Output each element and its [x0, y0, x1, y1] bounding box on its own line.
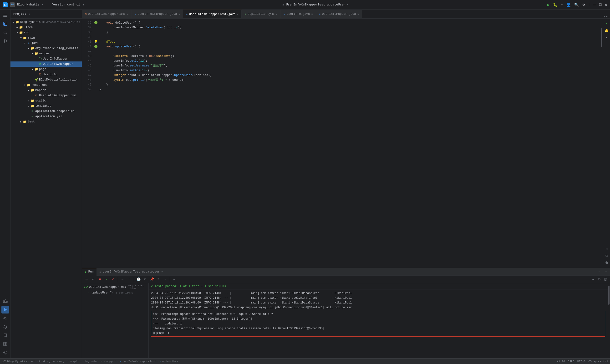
tab-close-3[interactable]: ✕ — [237, 13, 239, 16]
tree-item-pojo[interactable]: 📁 pojo — [11, 67, 82, 72]
editor-scrollbar[interactable] — [600, 19, 603, 268]
sidebar-item-settings[interactable] — [1, 349, 9, 356]
tab-userinfoxmlmappertest-java[interactable]: ☕ UserInfoXmlMapperTest.java ✕ — [183, 10, 242, 18]
maximize-btn[interactable]: □ — [599, 3, 602, 7]
more-btn[interactable]: ⋯ — [561, 3, 563, 7]
tree-item-blogapp[interactable]: 🌱 BlogMybatisApplication — [11, 77, 82, 82]
test-class-item[interactable]: ✓ UserInfoXmlMapperTest org.e 1sec 110ms — [82, 284, 148, 290]
test-method-item[interactable]: ✓ updateUser() 1 sec 110ms — [82, 290, 148, 296]
tree-item-static[interactable]: 📁 static — [11, 98, 82, 104]
line-sep-status[interactable]: CRLF — [568, 360, 574, 363]
tab-userinfomapper-java[interactable]: ☕ UserInfoMapper.java ✕ — [316, 10, 362, 18]
tab-more-btn[interactable]: ⋯ — [606, 14, 608, 18]
project-name[interactable]: Blog_Mybatis — [17, 3, 39, 6]
tree-btn[interactable]: ≡ — [156, 277, 161, 282]
stop-btn[interactable]: ■ — [97, 277, 103, 282]
gutter-run-41[interactable]: 🟢 — [93, 44, 98, 49]
tab-userinfoxmlmapper-java[interactable]: ☕ UserInfoXmlMapper.java ✕ — [131, 10, 183, 18]
expand-btn[interactable]: ⬇ — [163, 277, 168, 282]
sidebar-item-bookmark[interactable] — [1, 332, 9, 339]
tab-close-2[interactable]: ✕ — [179, 13, 180, 16]
tree-item-userinfoxmlmapper-xml[interactable]: ⊡ UserInfoXmlMapper.xml — [11, 93, 82, 98]
sort-btn[interactable]: ↕ — [127, 277, 132, 282]
tree-item-java[interactable]: ☕ java — [11, 40, 82, 46]
tree-item-mapper-res[interactable]: 📁 mapper — [11, 88, 82, 93]
chevron-icon[interactable]: ▾ — [42, 3, 44, 7]
encoding-status[interactable]: UTF-8 — [577, 360, 586, 363]
version-control-label[interactable]: Version control — [52, 3, 80, 6]
tree-item-org[interactable]: 📁 org.example.blog_mybatis — [11, 46, 82, 51]
clock-btn[interactable]: 🕐 — [136, 277, 141, 282]
debug-btn[interactable]: 🐛 — [553, 2, 558, 7]
tree-item-mapper[interactable]: 📁 mapper — [11, 51, 82, 56]
tree-item-idea[interactable]: 📁 .idea — [11, 25, 82, 30]
version-control-chevron[interactable]: ▾ — [82, 3, 84, 7]
tab-application-yml[interactable]: ≡ application.yml ✕ — [242, 10, 280, 18]
sidebar-item-project[interactable] — [1, 12, 9, 19]
indent-status[interactable]: CSbspac4uts1 — [588, 360, 608, 363]
tree-item-test[interactable]: 📁 test — [11, 119, 82, 124]
search-icon[interactable]: 🔍 — [574, 2, 579, 7]
tree-item-userinfo[interactable]: © UserInfo — [11, 72, 82, 77]
more-btn2[interactable]: ⋯ — [172, 277, 177, 282]
settings-icon[interactable]: ⚙ — [582, 2, 585, 7]
project-tree[interactable]: 📁 Blog_Mybatis D:\Project\Java_Web\Blog_… — [11, 19, 82, 358]
tree-item-src[interactable]: 📁 src — [11, 30, 82, 35]
bottom-panel-more[interactable]: ⋯ — [595, 268, 603, 276]
sidebar-item-plugins[interactable] — [1, 340, 9, 348]
scrollbar-thumb[interactable] — [601, 28, 602, 47]
tab-close-1[interactable]: ✕ — [127, 13, 129, 16]
sidebar-item-tools[interactable] — [1, 297, 9, 305]
bottom-tab-test[interactable]: ☕ UserInfoXmlMapperTest.updateUser ✕ — [96, 268, 166, 276]
tab-close-bottom[interactable]: ✕ — [161, 270, 163, 273]
filter-btn[interactable]: ⇌ — [120, 277, 125, 282]
sort-right-btn[interactable]: ⇥ — [590, 277, 596, 282]
collab-icon[interactable]: 👤 — [566, 2, 571, 7]
tab-close-6[interactable]: ✕ — [357, 13, 359, 16]
project-chevron[interactable]: ▾ — [29, 12, 31, 16]
sidebar-item-vcs[interactable] — [1, 37, 9, 45]
copy-icon[interactable]: ⧉ — [604, 253, 610, 259]
rerun-failed-btn[interactable]: ↺ — [91, 277, 96, 282]
tab-close-4[interactable]: ✕ — [276, 13, 278, 16]
tree-item-userinfomapper[interactable]: Ⓘ UserInfoMapper — [11, 56, 82, 62]
delete-icon[interactable]: 🗑 — [604, 260, 610, 266]
pin-btn[interactable]: 📌 — [149, 277, 155, 282]
tree-item-application-yml[interactable]: ≡ application.yml — [11, 114, 82, 119]
tree-item-templates[interactable]: 📁 templates — [11, 104, 82, 109]
tree-item-main[interactable]: 📁 main — [11, 35, 82, 40]
align-icon[interactable]: ⇥ — [604, 246, 610, 252]
tab-close-5[interactable]: ✕ — [311, 13, 313, 16]
bottom-tab-run[interactable]: ▶ Run — [82, 268, 96, 276]
tree-item-root[interactable]: 📁 Blog_Mybatis D:\Project\Java_Web\Blog_… — [11, 20, 82, 25]
tab-userinfo-java[interactable]: ☕ UserInfo.java ✕ — [281, 10, 316, 18]
run-btn[interactable]: ▶ — [547, 2, 550, 7]
tree-item-application-props[interactable]: ≡ application.properties — [11, 109, 82, 114]
delete-right-btn[interactable]: 🗑 — [603, 277, 608, 282]
sidebar-item-notifications[interactable] — [1, 323, 9, 331]
tab-dropdown-btn[interactable]: ▾ — [603, 14, 605, 18]
sidebar-item-run[interactable] — [1, 306, 9, 313]
copy-right-btn[interactable]: ⧉ — [597, 277, 602, 282]
bookmark-icon[interactable]: ✓ — [604, 21, 610, 26]
line-col-status[interactable]: 41:10 — [557, 360, 565, 363]
code-content[interactable]: void deleteUser() { userInfoXmlMapper.De… — [98, 19, 600, 268]
settings-btn2[interactable]: ⚙ — [143, 277, 148, 282]
minimize-btn[interactable]: — — [593, 2, 596, 7]
git-icon[interactable]: m — [604, 35, 610, 40]
tab-userinfoxmlmapper-xml[interactable]: ⊡ UserInfoXmlMapper.xml ✕ — [82, 10, 131, 18]
gutter-run-36[interactable]: 🟢 — [93, 21, 98, 25]
bottom-panel-minimize[interactable]: — — [602, 268, 610, 276]
sidebar-item-explorer[interactable] — [1, 20, 9, 28]
close-btn[interactable]: ✕ — [605, 2, 607, 7]
notification-icon[interactable]: 🔔 — [604, 28, 610, 33]
vcs-status-icon[interactable]: ⎇ — [2, 359, 6, 363]
rerun-btn[interactable]: ↻ — [84, 277, 89, 282]
code-editor[interactable]: 36 37 38 39 40 41 42 43 44 45 46 47 48 4… — [82, 19, 610, 268]
hint-icon-40[interactable]: 💡 — [93, 39, 98, 44]
console-scrollbar-thumb[interactable] — [608, 286, 610, 305]
pause-btn[interactable]: ✓ — [104, 277, 109, 282]
sidebar-item-debug[interactable] — [1, 314, 9, 322]
check-btn[interactable]: ⊘ — [111, 277, 116, 282]
console-scrollbar[interactable] — [608, 283, 610, 358]
